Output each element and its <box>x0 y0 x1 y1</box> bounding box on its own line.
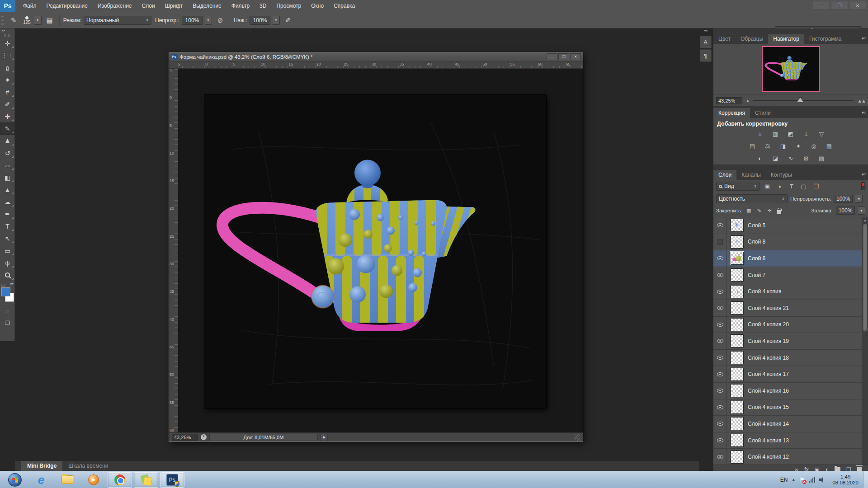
chrome-icon[interactable] <box>108 472 132 488</box>
swap-colors-icon[interactable]: ⇄ <box>10 282 14 286</box>
menu-item[interactable]: Редактирование <box>42 0 93 11</box>
layer-row[interactable]: Слой 4 копия 17 <box>713 366 868 383</box>
visibility-cell[interactable] <box>713 333 727 349</box>
adjustment-icon[interactable]: ▽ <box>816 130 827 138</box>
eraser-tool[interactable]: ▱ <box>0 159 15 171</box>
blur-tool[interactable]: ▲ <box>0 183 15 196</box>
layer-row[interactable]: Слой 4 копия 18 <box>713 350 868 366</box>
layer-thumbnail[interactable] <box>731 351 744 364</box>
layer-row[interactable]: Слой 4 копия <box>713 283 868 300</box>
tray-expand-icon[interactable]: ▲ <box>792 478 795 482</box>
visibility-cell[interactable] <box>713 267 727 283</box>
menu-item[interactable]: Шрифт <box>160 0 188 11</box>
pressure-opacity-icon[interactable]: ⊘ <box>214 15 226 26</box>
layer-row[interactable]: Слой 4 копия 20 <box>713 317 868 333</box>
minimize-button[interactable]: — <box>813 1 830 10</box>
opacity-input[interactable]: 100% <box>182 16 203 25</box>
menu-item[interactable]: Изображение <box>93 0 137 11</box>
layer-fill-input[interactable]: 100% <box>836 206 855 215</box>
adjustment-icon[interactable]: ▥ <box>770 130 781 138</box>
adjustment-icon[interactable]: ▦ <box>824 142 835 150</box>
visibility-cell[interactable] <box>713 283 727 300</box>
filter-smart-object-icon[interactable]: ❐ <box>811 183 821 190</box>
magic-wand-tool[interactable]: ✶ <box>0 74 15 86</box>
zoom-out-icon[interactable]: ▲ <box>746 99 750 103</box>
adjustment-icon[interactable]: ◎ <box>808 142 819 150</box>
filter-pixel-icon[interactable]: ▣ <box>763 183 772 190</box>
layer-filter-select[interactable]: Вид⇕ <box>716 182 760 191</box>
layer-thumbnail[interactable] <box>731 450 744 464</box>
restore-button[interactable]: ❐ <box>831 1 848 10</box>
visibility-cell[interactable] <box>713 416 727 432</box>
adjustment-icon[interactable]: ± <box>801 130 811 138</box>
crop-tool[interactable]: # <box>0 86 15 98</box>
brush-tool-icon[interactable]: ✎ <box>8 15 19 26</box>
zoom-in-icon[interactable]: ▲▲ <box>857 98 865 103</box>
layer-row[interactable]: Слой 4 копия 12 <box>713 449 868 465</box>
visibility-cell[interactable] <box>713 234 727 250</box>
bottom-tab[interactable]: Шкала времени <box>62 461 114 471</box>
layer-opacity-input[interactable]: 100% <box>834 195 853 203</box>
adjustment-icon[interactable]: ▤ <box>747 142 758 150</box>
photoshop-icon[interactable]: Ps <box>160 472 184 488</box>
layer-thumbnail[interactable] <box>731 285 744 298</box>
close-button[interactable]: ✕ <box>849 1 866 10</box>
media-player-icon[interactable]: ▶ <box>81 472 106 488</box>
layer-thumbnail[interactable] <box>731 368 744 381</box>
start-button[interactable] <box>3 472 27 488</box>
volume-icon[interactable] <box>819 477 826 483</box>
adjustment-icon[interactable]: ◐ <box>755 154 765 163</box>
layer-row[interactable]: Слой 5 <box>713 217 868 234</box>
layer-row[interactable]: Слой 4 копия 19 <box>713 333 868 350</box>
dodge-tool[interactable]: ☁ <box>0 196 15 208</box>
navigator-zoom-field[interactable]: 43,25% <box>716 97 742 104</box>
adjustment-icon[interactable]: ⊠ <box>801 154 811 163</box>
flow-input[interactable]: 100% <box>250 16 270 25</box>
navigator-thumbnail[interactable] <box>762 46 820 92</box>
visibility-cell[interactable] <box>713 366 727 382</box>
resize-grip[interactable] <box>574 434 580 441</box>
visibility-cell[interactable] <box>713 350 727 366</box>
brush-picker-caret[interactable]: ▼ <box>34 16 42 25</box>
visibility-cell[interactable] <box>713 449 727 465</box>
panel-menu-icon[interactable]: ▾≡ <box>862 172 865 177</box>
layer-fill-caret[interactable]: ▼ <box>858 206 865 215</box>
windows-explorer-icon[interactable] <box>55 472 80 488</box>
navigator-zoom-slider[interactable] <box>753 100 854 101</box>
layer-thumbnail[interactable] <box>731 268 744 282</box>
panel-tab[interactable]: Коррекция <box>713 108 750 118</box>
bottom-tab[interactable]: Mini Bridge <box>21 461 62 471</box>
lock-paint-icon[interactable]: ✎ <box>756 208 762 214</box>
panel-menu-icon[interactable]: ▾≡ <box>862 110 865 115</box>
menu-item[interactable]: 3D <box>255 0 271 11</box>
pen-tool[interactable]: ✒ <box>0 208 15 220</box>
healing-brush-tool[interactable]: ✚ <box>0 110 15 122</box>
adjustment-icon[interactable]: ✦ <box>793 142 804 150</box>
layer-opacity-caret[interactable]: ▼ <box>855 195 863 203</box>
layer-thumbnail[interactable] <box>731 401 744 414</box>
brush-tool[interactable]: ✎ <box>0 122 15 135</box>
doc-minimize-button[interactable]: — <box>547 53 557 60</box>
filter-type-icon[interactable]: T <box>787 183 796 190</box>
show-desktop-button[interactable] <box>863 471 868 488</box>
visibility-cell[interactable] <box>713 317 727 333</box>
menu-item[interactable]: Слои <box>137 0 160 11</box>
panel-tab[interactable]: Образцы <box>736 34 768 44</box>
adjustment-icon[interactable]: ◪ <box>770 154 781 163</box>
marquee-tool[interactable] <box>0 49 15 61</box>
panel-tab[interactable]: Цвет <box>713 34 736 44</box>
layer-row[interactable]: Слой 4 копия 13 <box>713 432 868 449</box>
panel-tab[interactable]: Контуры <box>766 170 797 180</box>
opacity-caret[interactable]: ▼ <box>205 16 212 25</box>
layer-row[interactable]: Слой 6 <box>713 250 868 267</box>
lock-position-icon[interactable]: ✛ <box>766 208 773 214</box>
photos-app-icon[interactable] <box>134 472 158 488</box>
layer-row[interactable]: Слой 4 копия 21 <box>713 300 868 317</box>
dock-expand-icon[interactable]: ◂◂ <box>699 28 712 35</box>
brush-preset-picker[interactable]: 125 <box>22 16 32 24</box>
adjustment-icon[interactable]: ◨ <box>778 142 788 150</box>
layer-row[interactable]: Слой 4 копия 16 <box>713 383 868 399</box>
layer-thumbnail[interactable] <box>731 434 744 447</box>
screen-mode-icon[interactable]: ❐ <box>0 317 15 329</box>
visibility-cell[interactable] <box>713 432 727 449</box>
